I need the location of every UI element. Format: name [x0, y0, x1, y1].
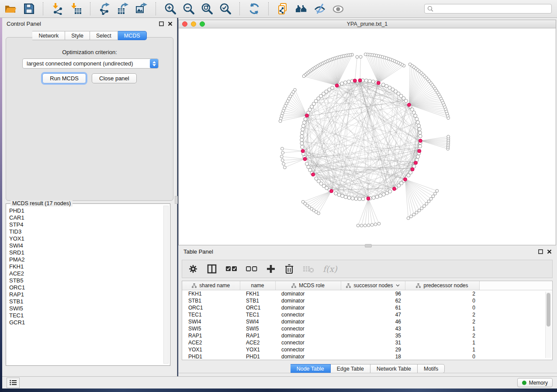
cytoscape-window: Control Panel NetworkStyleSelectMCDS Opt… — [0, 0, 557, 392]
delete-table-icon — [303, 265, 314, 273]
control-panel-tab[interactable]: MCDS — [118, 31, 147, 40]
mcds-result-item[interactable]: GCR1 — [8, 319, 164, 326]
mcds-result-item[interactable]: FKH1 — [8, 263, 164, 270]
zoom-out-icon[interactable] — [183, 3, 195, 15]
mcds-result-item[interactable]: PHD1 — [8, 207, 164, 214]
mcds-result-item[interactable]: STB5 — [8, 277, 164, 284]
network-canvas[interactable] — [179, 28, 556, 245]
mcds-result-item[interactable]: TEC1 — [8, 312, 164, 319]
mcds-result-item[interactable]: STP4 — [8, 221, 164, 228]
mcds-panel: Optimization criterion: largest connecte… — [6, 37, 173, 201]
zoom-selected-icon[interactable] — [219, 3, 232, 15]
mcds-result-item[interactable]: ACE2 — [8, 270, 164, 277]
table-panel-tab[interactable]: Node Table — [291, 364, 331, 373]
save-session-icon[interactable] — [23, 3, 35, 15]
mcds-result-item[interactable]: CAR1 — [8, 214, 164, 221]
column-header-name[interactable]: name — [240, 281, 275, 290]
split-columns-icon[interactable] — [207, 264, 217, 274]
panel-splitter-handle[interactable] — [175, 196, 178, 204]
control-panel: Control Panel NetworkStyleSelectMCDS Opt… — [2, 18, 177, 376]
criterion-selected-value: largest connected component (undirected) — [23, 60, 150, 67]
mcds-result-group: MCDS result (17 nodes) PHD1CAR1STP4TID3Y… — [6, 203, 170, 366]
show-hidden-icon[interactable] — [332, 3, 344, 15]
mcds-result-item[interactable]: RAP1 — [8, 291, 164, 298]
mcds-result-item[interactable]: TID3 — [8, 228, 164, 235]
select-all-rows-icon[interactable] — [226, 266, 237, 272]
delete-column-icon[interactable] — [284, 264, 294, 274]
table-row[interactable]: RAP1 RAP1 dominator 35 2 — [182, 332, 552, 339]
right-pane: YPA_prune.txt_1 Table Panel — [178, 18, 557, 376]
table-settings-icon[interactable] — [188, 264, 198, 274]
mcds-result-item[interactable]: SWI4 — [8, 242, 164, 249]
mcds-result-title: MCDS result (17 nodes) — [10, 200, 73, 206]
run-mcds-button[interactable]: Run MCDS — [42, 73, 86, 83]
control-panel-tab[interactable]: Style — [65, 31, 90, 40]
zoom-fit-icon[interactable] — [201, 3, 213, 15]
table-scrollbar-thumb[interactable] — [547, 293, 550, 327]
close-panel-icon[interactable] — [547, 249, 552, 254]
memory-button[interactable]: Memory — [517, 378, 553, 387]
search-field[interactable] — [424, 4, 552, 14]
show-all-nodes-icon[interactable] — [295, 3, 308, 15]
table-row[interactable]: FKH1 FKH1 dominator 96 2 — [182, 290, 552, 298]
mcds-result-item[interactable]: ORC1 — [8, 284, 164, 291]
optimization-criterion-label: Optimization criterion: — [6, 49, 173, 55]
criterion-select[interactable]: largest connected component (undirected) — [22, 58, 159, 69]
mcds-result-item[interactable]: SWI5 — [8, 305, 164, 312]
table-row[interactable]: ACE2 ACE2 connector 31 1 — [182, 339, 552, 346]
result-list-scrollbar[interactable] — [163, 206, 169, 364]
control-panel-tab[interactable]: Select — [90, 31, 118, 40]
export-network-icon[interactable] — [99, 3, 111, 15]
table-row[interactable]: TEC1 TEC1 connector 47 2 — [182, 311, 552, 318]
import-network-icon[interactable] — [52, 3, 64, 15]
mcds-result-list[interactable]: PHD1CAR1STP4TID3YOX1SWI4SRD1PMA2FKH1ACE2… — [8, 207, 164, 364]
export-table-icon[interactable] — [117, 3, 129, 15]
close-panel-icon[interactable] — [168, 21, 173, 26]
status-bar: Memory — [2, 376, 557, 389]
column-type-icon — [346, 283, 351, 288]
column-header-successor-nodes[interactable]: successor nodes — [341, 281, 405, 290]
table-panel-tab[interactable]: Edge Table — [331, 364, 370, 373]
deselect-all-rows-icon[interactable] — [246, 266, 257, 272]
mcds-result-item[interactable]: YOX1 — [8, 235, 164, 242]
memory-label: Memory — [529, 380, 548, 386]
network-view-window: YPA_prune.txt_1 — [178, 20, 556, 245]
column-header-predecessor-nodes[interactable]: predecessor nodes — [405, 281, 479, 290]
table-row[interactable]: YOX1 YOX1 connector 29 1 — [182, 346, 552, 353]
table-row[interactable]: PHD1 PHD1 dominator 18 0 — [182, 353, 552, 360]
table-row[interactable]: STB1 STB1 dominator 62 0 — [182, 297, 552, 304]
task-history-button[interactable] — [7, 378, 20, 388]
node-table: shared name name MCDS role successor nod… — [182, 281, 553, 360]
refresh-icon[interactable] — [248, 3, 260, 15]
float-panel-icon[interactable] — [538, 249, 543, 254]
control-panel-tabs: NetworkStyleSelectMCDS — [2, 31, 177, 40]
table-row[interactable]: ORC1 ORC1 dominator 61 0 — [182, 304, 552, 311]
search-input[interactable] — [424, 4, 552, 14]
column-type-icon — [291, 283, 296, 288]
network-window-titlebar[interactable]: YPA_prune.txt_1 — [179, 20, 556, 28]
table-row[interactable]: SWI5 SWI5 connector 43 1 — [182, 325, 552, 332]
column-type-icon — [192, 283, 197, 288]
network-window-title: YPA_prune.txt_1 — [179, 21, 556, 27]
hide-selected-icon[interactable] — [314, 3, 326, 15]
float-panel-icon[interactable] — [159, 21, 164, 26]
add-column-icon[interactable] — [266, 264, 276, 274]
import-table-icon[interactable] — [70, 3, 82, 15]
table-panel-tab[interactable]: Network Table — [370, 364, 418, 373]
mcds-result-item[interactable]: SRD1 — [8, 249, 164, 256]
column-header-shared-name[interactable]: shared name — [182, 281, 240, 290]
table-scrollbar[interactable] — [545, 292, 551, 358]
close-panel-button[interactable]: Close panel — [92, 73, 137, 83]
column-header-mcds-role[interactable]: MCDS role — [275, 281, 341, 290]
control-panel-tab[interactable]: Network — [32, 31, 65, 40]
column-header-filler — [479, 281, 552, 290]
zoom-in-icon[interactable] — [164, 3, 176, 15]
mcds-result-item[interactable]: PMA2 — [8, 256, 164, 263]
table-panel-tab[interactable]: Motifs — [418, 364, 445, 373]
open-file-icon[interactable] — [4, 3, 17, 15]
mcds-result-item[interactable]: STB1 — [8, 298, 164, 305]
new-network-from-selection-icon[interactable] — [277, 3, 289, 15]
export-image-icon[interactable] — [135, 3, 148, 15]
table-header-row: shared name name MCDS role successor nod… — [182, 281, 552, 290]
table-row[interactable]: SWI4 SWI4 dominator 46 2 — [182, 318, 552, 325]
